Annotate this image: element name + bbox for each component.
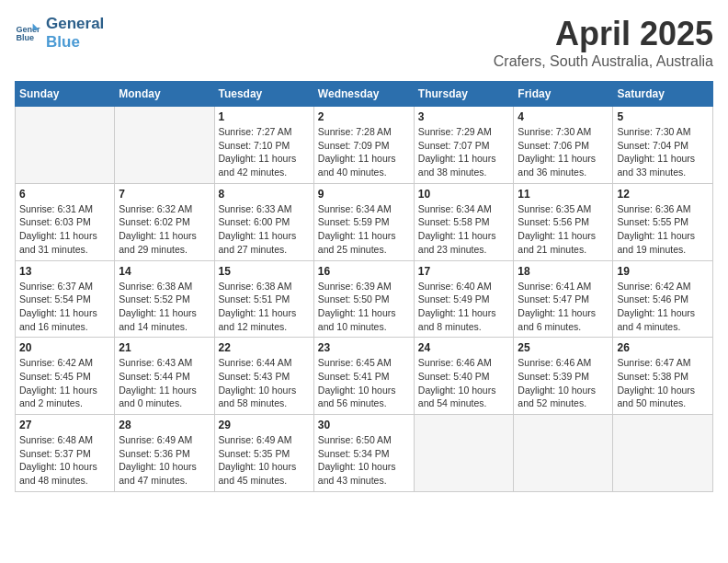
calendar-cell: 6Sunrise: 6:31 AMSunset: 6:03 PMDaylight… <box>16 183 115 260</box>
day-info: Sunrise: 6:50 AMSunset: 5:34 PMDaylight:… <box>318 433 410 488</box>
day-number: 12 <box>617 188 709 201</box>
day-number: 11 <box>518 188 609 201</box>
day-info: Sunrise: 6:41 AMSunset: 5:47 PMDaylight:… <box>518 280 609 334</box>
day-number: 17 <box>418 265 510 278</box>
day-number: 14 <box>119 265 210 278</box>
calendar-cell: 28Sunrise: 6:49 AMSunset: 5:36 PMDayligh… <box>115 415 214 492</box>
calendar-cell: 23Sunrise: 6:45 AMSunset: 5:41 PMDayligh… <box>313 338 414 415</box>
day-info: Sunrise: 6:33 AMSunset: 6:00 PMDaylight:… <box>219 202 310 257</box>
calendar-cell: 4Sunrise: 7:30 AMSunset: 7:06 PMDaylight… <box>514 107 613 184</box>
day-info: Sunrise: 7:30 AMSunset: 7:04 PMDaylight:… <box>617 125 709 179</box>
calendar-cell: 5Sunrise: 7:30 AMSunset: 7:04 PMDaylight… <box>613 107 713 184</box>
calendar-cell: 8Sunrise: 6:33 AMSunset: 6:00 PMDaylight… <box>214 183 313 260</box>
day-info: Sunrise: 6:32 AMSunset: 6:02 PMDaylight:… <box>119 202 210 257</box>
day-info: Sunrise: 6:48 AMSunset: 5:37 PMDaylight:… <box>19 433 110 488</box>
calendar-cell: 1Sunrise: 7:27 AMSunset: 7:10 PMDaylight… <box>214 107 313 184</box>
weekday-header: Monday <box>115 82 214 107</box>
calendar-cell <box>613 415 713 492</box>
day-number: 24 <box>418 341 510 354</box>
day-info: Sunrise: 6:36 AMSunset: 5:55 PMDaylight:… <box>617 202 709 257</box>
calendar: SundayMondayTuesdayWednesdayThursdayFrid… <box>15 81 713 492</box>
calendar-cell: 15Sunrise: 6:38 AMSunset: 5:51 PMDayligh… <box>214 260 313 338</box>
day-info: Sunrise: 7:30 AMSunset: 7:06 PMDaylight:… <box>518 125 609 179</box>
weekday-header: Tuesday <box>214 82 313 107</box>
subtitle: Crafers, South Australia, Australia <box>494 53 713 70</box>
svg-text:Blue: Blue <box>16 33 34 42</box>
calendar-cell: 25Sunrise: 6:46 AMSunset: 5:39 PMDayligh… <box>514 338 613 415</box>
day-info: Sunrise: 6:38 AMSunset: 5:52 PMDaylight:… <box>119 280 210 334</box>
calendar-cell <box>115 107 214 184</box>
day-info: Sunrise: 6:40 AMSunset: 5:49 PMDaylight:… <box>418 280 510 334</box>
calendar-cell: 10Sunrise: 6:34 AMSunset: 5:58 PMDayligh… <box>414 183 514 260</box>
day-number: 16 <box>318 265 410 278</box>
calendar-cell: 29Sunrise: 6:49 AMSunset: 5:35 PMDayligh… <box>214 415 313 492</box>
day-info: Sunrise: 6:44 AMSunset: 5:43 PMDaylight:… <box>219 356 310 410</box>
calendar-cell: 17Sunrise: 6:40 AMSunset: 5:49 PMDayligh… <box>414 260 514 338</box>
day-number: 10 <box>418 188 510 201</box>
day-info: Sunrise: 6:49 AMSunset: 5:36 PMDaylight:… <box>119 433 210 488</box>
logo-icon: General Blue <box>15 20 40 46</box>
day-number: 9 <box>318 188 410 201</box>
day-number: 2 <box>318 110 410 123</box>
day-info: Sunrise: 6:39 AMSunset: 5:50 PMDaylight:… <box>318 280 410 334</box>
day-info: Sunrise: 6:46 AMSunset: 5:40 PMDaylight:… <box>418 356 510 410</box>
day-number: 1 <box>219 110 310 123</box>
day-number: 21 <box>119 341 210 354</box>
calendar-cell <box>514 415 613 492</box>
day-number: 26 <box>617 341 709 354</box>
day-number: 30 <box>318 419 410 431</box>
calendar-cell: 12Sunrise: 6:36 AMSunset: 5:55 PMDayligh… <box>613 183 713 260</box>
day-info: Sunrise: 6:37 AMSunset: 5:54 PMDaylight:… <box>19 280 110 334</box>
day-info: Sunrise: 6:34 AMSunset: 5:58 PMDaylight:… <box>418 202 510 257</box>
calendar-cell: 30Sunrise: 6:50 AMSunset: 5:34 PMDayligh… <box>313 415 414 492</box>
day-number: 27 <box>19 419 110 431</box>
calendar-week: 13Sunrise: 6:37 AMSunset: 5:54 PMDayligh… <box>16 260 713 338</box>
day-info: Sunrise: 6:35 AMSunset: 5:56 PMDaylight:… <box>518 202 609 257</box>
calendar-cell: 9Sunrise: 6:34 AMSunset: 5:59 PMDaylight… <box>313 183 414 260</box>
calendar-cell: 2Sunrise: 7:28 AMSunset: 7:09 PMDaylight… <box>313 107 414 184</box>
calendar-cell: 13Sunrise: 6:37 AMSunset: 5:54 PMDayligh… <box>16 260 115 338</box>
day-number: 6 <box>19 188 110 201</box>
weekday-header: Wednesday <box>313 82 414 107</box>
day-info: Sunrise: 6:42 AMSunset: 5:45 PMDaylight:… <box>19 356 110 410</box>
day-number: 28 <box>119 419 210 431</box>
calendar-cell: 22Sunrise: 6:44 AMSunset: 5:43 PMDayligh… <box>214 338 313 415</box>
calendar-cell <box>414 415 514 492</box>
main-title: April 2025 <box>494 15 713 53</box>
title-area: April 2025 Crafers, South Australia, Aus… <box>494 15 713 70</box>
day-info: Sunrise: 6:43 AMSunset: 5:44 PMDaylight:… <box>119 356 210 410</box>
day-info: Sunrise: 6:31 AMSunset: 6:03 PMDaylight:… <box>19 202 110 257</box>
weekday-header: Saturday <box>613 82 713 107</box>
calendar-cell: 11Sunrise: 6:35 AMSunset: 5:56 PMDayligh… <box>514 183 613 260</box>
day-number: 15 <box>219 265 310 278</box>
weekday-header: Sunday <box>16 82 115 107</box>
day-number: 8 <box>219 188 310 201</box>
calendar-cell: 18Sunrise: 6:41 AMSunset: 5:47 PMDayligh… <box>514 260 613 338</box>
calendar-header: SundayMondayTuesdayWednesdayThursdayFrid… <box>16 82 713 107</box>
header-row: SundayMondayTuesdayWednesdayThursdayFrid… <box>16 82 713 107</box>
calendar-week: 27Sunrise: 6:48 AMSunset: 5:37 PMDayligh… <box>16 415 713 492</box>
day-number: 19 <box>617 265 709 278</box>
logo-wordmark: General Blue <box>46 15 104 51</box>
calendar-cell <box>16 107 115 184</box>
weekday-header: Thursday <box>414 82 514 107</box>
day-number: 3 <box>418 110 510 123</box>
day-info: Sunrise: 6:49 AMSunset: 5:35 PMDaylight:… <box>219 433 310 488</box>
calendar-body: 1Sunrise: 7:27 AMSunset: 7:10 PMDaylight… <box>16 107 713 492</box>
logo-line2: Blue <box>46 33 104 52</box>
logo-line1: General <box>46 15 104 33</box>
calendar-week: 1Sunrise: 7:27 AMSunset: 7:10 PMDaylight… <box>16 107 713 184</box>
day-info: Sunrise: 7:27 AMSunset: 7:10 PMDaylight:… <box>219 125 310 179</box>
calendar-cell: 24Sunrise: 6:46 AMSunset: 5:40 PMDayligh… <box>414 338 514 415</box>
day-number: 7 <box>119 188 210 201</box>
day-number: 4 <box>518 110 609 123</box>
day-info: Sunrise: 6:47 AMSunset: 5:38 PMDaylight:… <box>617 356 709 410</box>
calendar-cell: 19Sunrise: 6:42 AMSunset: 5:46 PMDayligh… <box>613 260 713 338</box>
day-number: 29 <box>219 419 310 431</box>
day-number: 18 <box>518 265 609 278</box>
day-info: Sunrise: 6:38 AMSunset: 5:51 PMDaylight:… <box>219 280 310 334</box>
logo: General Blue General Blue <box>15 15 104 51</box>
calendar-cell: 3Sunrise: 7:29 AMSunset: 7:07 PMDaylight… <box>414 107 514 184</box>
day-number: 13 <box>19 265 110 278</box>
day-info: Sunrise: 6:42 AMSunset: 5:46 PMDaylight:… <box>617 280 709 334</box>
